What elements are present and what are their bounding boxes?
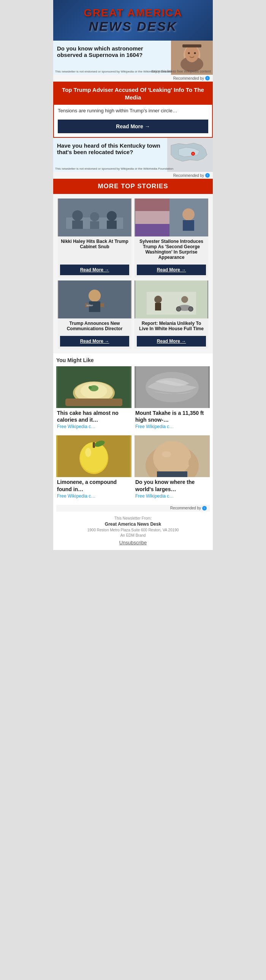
svg-point-5: [194, 52, 196, 54]
main-story-headline: Top Trump Adviser Accused Of 'Leaking' I…: [54, 82, 212, 105]
svg-point-26: [88, 290, 101, 302]
ymlike-card-4[interactable]: Do you know where the world's larges… Fr…: [135, 435, 210, 501]
svg-point-57: [153, 441, 191, 475]
svg-point-54: [85, 448, 91, 457]
main-story: Top Trump Adviser Accused Of 'Leaking' I…: [53, 82, 213, 138]
story-4-title: Report: Melania Unlikely To Live In Whit…: [135, 318, 208, 334]
story-card-1: Nikki Haley Hits Back At Trump Cabinet S…: [58, 199, 131, 277]
svg-point-35: [181, 296, 188, 303]
ymlike-1-image: [56, 366, 131, 408]
svg-rect-32: [147, 292, 196, 315]
svg-rect-34: [155, 303, 161, 310]
wiki-ad-2-image: [167, 138, 213, 172]
footer-brand: Great America News Desk: [57, 522, 209, 527]
wiki-ad-2-disclaimer: This newsletter is not endorsed or spons…: [55, 167, 173, 170]
footer-newsletter-from: This Newsletter From:: [57, 516, 209, 520]
ymlike-card-2[interactable]: Mount Takahe is a 11,350 ft high snow-… …: [135, 366, 210, 432]
story-3-read-more[interactable]: Read More →: [60, 336, 129, 347]
main-story-body: Tensions are running high within Trump's…: [54, 105, 212, 116]
svg-point-38: [189, 307, 193, 311]
footer-edm: An EDM Brand: [57, 533, 209, 538]
svg-point-58: [189, 457, 196, 468]
wiki-ad-2[interactable]: Have you heard of this Kentucky town tha…: [53, 138, 213, 172]
story-card-4: Report: Melania Unlikely To Live In Whit…: [135, 280, 208, 349]
svg-point-37: [176, 307, 181, 311]
wiki-ad-1[interactable]: Do you know which astronomer observed a …: [53, 41, 213, 75]
unsubscribe-link[interactable]: Unsubscribe: [119, 540, 147, 546]
main-story-read-more[interactable]: Read More →: [58, 119, 208, 133]
svg-rect-6: [183, 45, 201, 48]
wiki-ad-2-recommended: Recommended by i: [53, 172, 213, 179]
story-1-title: Nikki Haley Hits Back At Trump Cabinet S…: [58, 237, 131, 262]
story-4-read-more[interactable]: Read More →: [137, 336, 206, 347]
svg-point-4: [188, 52, 190, 54]
svg-rect-45: [66, 399, 122, 406]
you-might-like-grid: This cake has almost no calories and it……: [56, 366, 210, 502]
ymlike-3-sub: Free Wikipedia c…: [56, 493, 131, 502]
ymlike-1-title: This cake has almost no calories and it…: [56, 408, 131, 423]
header-banner: GREAT AMERICA NEWS DESK: [53, 0, 213, 41]
svg-point-16: [107, 211, 117, 221]
svg-rect-20: [135, 211, 170, 224]
wiki-ad-1-footer: Enjoy this link to free Wikipedia conten…: [151, 70, 211, 73]
more-top-stories-header: MORE TOP STORIES: [53, 179, 213, 194]
ymlike-3-title: Limonene, a compound found in…: [56, 477, 131, 492]
ymlike-card-1[interactable]: This cake has almost no calories and it……: [56, 366, 131, 432]
wiki-ad-1-recommended: Recommended by i: [53, 75, 213, 82]
story-1-image: [58, 199, 131, 237]
story-card-2: Sylvester Stallone Introduces Trump As '…: [135, 199, 208, 277]
ymlike-card-3[interactable]: Limonene, a compound found in… Free Wiki…: [56, 435, 131, 501]
svg-rect-59: [157, 471, 187, 477]
story-1-read-more[interactable]: Read More →: [60, 264, 129, 275]
ymlike-2-title: Mount Takahe is a 11,350 ft high snow-…: [135, 408, 210, 423]
header-line2: NEWS DESK: [57, 19, 209, 34]
ymlike-4-image: [135, 435, 210, 477]
svg-point-14: [90, 212, 99, 221]
ymlike-2-sub: Free Wikipedia c…: [135, 423, 210, 432]
svg-rect-13: [72, 221, 83, 229]
svg-rect-17: [107, 221, 117, 229]
story-card-3: TRUMP Trump Announces New Communications…: [58, 280, 131, 349]
svg-text:TRUMP: TRUMP: [86, 304, 93, 307]
svg-rect-15: [90, 221, 99, 229]
svg-rect-27: [89, 301, 100, 312]
ymlike-4-title: Do you know where the world's larges…: [135, 477, 210, 492]
ymlike-recommended: Recommended by i: [56, 505, 210, 512]
stories-grid: Nikki Haley Hits Back At Trump Cabinet S…: [53, 194, 213, 353]
ymlike-1-sub: Free Wikipedia c…: [56, 423, 131, 432]
svg-rect-21: [135, 224, 170, 237]
story-2-read-more[interactable]: Read More →: [137, 264, 206, 275]
story-3-title: Trump Announces New Communications Direc…: [58, 318, 131, 334]
svg-point-3: [185, 46, 199, 62]
footer: This Newsletter From: Great America News…: [53, 512, 213, 550]
ymlike-3-image: [56, 435, 131, 477]
more-top-stories-section: MORE TOP STORIES: [53, 179, 213, 353]
svg-point-12: [72, 210, 83, 221]
ymlike-4-sub: Free Wikipedia c…: [135, 493, 210, 502]
svg-point-44: [88, 386, 91, 389]
you-might-like-section: You Might Like: [53, 353, 213, 512]
story-4-image: [135, 280, 208, 318]
svg-point-60: [162, 451, 171, 457]
story-2-image: [135, 199, 208, 237]
recommended-icon-2: i: [205, 173, 210, 178]
svg-rect-23: [183, 220, 194, 231]
story-2-title: Sylvester Stallone Introduces Trump As '…: [135, 237, 208, 262]
recommended-icon-3: i: [202, 506, 207, 511]
header-line1: GREAT AMERICA: [57, 7, 209, 19]
svg-point-33: [154, 296, 162, 303]
ymlike-2-image: [135, 366, 210, 408]
recommended-icon: i: [205, 76, 210, 81]
svg-point-9: [192, 153, 194, 155]
story-3-image: TRUMP: [58, 280, 131, 318]
svg-point-22: [183, 208, 195, 221]
you-might-like-title: You Might Like: [56, 357, 210, 363]
footer-address: 1900 Reston Metro Plaza Suite 600 Reston…: [57, 528, 209, 532]
